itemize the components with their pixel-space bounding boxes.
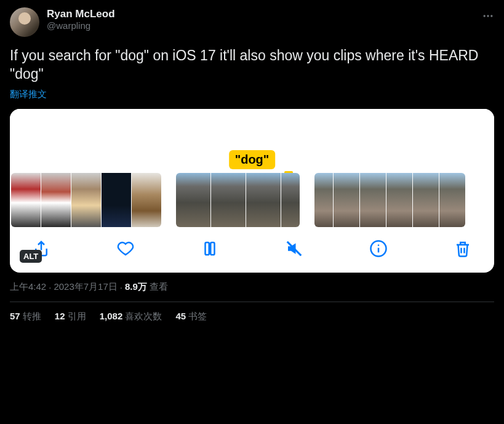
clip-thumbnail[interactable] [132,173,161,227]
clip-thumbnail[interactable] [439,173,465,227]
pause-icon[interactable] [201,239,219,260]
meta-time: 上午4:42 [10,281,46,293]
meta-separator: · [49,282,51,292]
retweets-stat[interactable]: 57 转推 [10,311,41,322]
bookmarks-stat[interactable]: 45 书签 [175,311,207,322]
bookmarks-count: 45 [175,311,186,321]
clip-thumbnail[interactable] [11,173,41,227]
svg-point-8 [378,244,380,246]
tweet-text: If you search for "dog" on iOS 17 it'll … [10,47,494,84]
clip-thumbnail[interactable] [360,173,386,227]
clip-thumbnail[interactable] [71,173,101,227]
trash-icon[interactable] [454,239,472,260]
clip-thumbnail[interactable] [386,173,412,227]
tweet-meta[interactable]: 上午4:42 · 2023年7月17日 · 8.9万 查看 [10,281,494,293]
info-icon[interactable] [369,239,388,260]
clip-thumbnail[interactable] [281,173,300,227]
heart-icon[interactable] [116,239,135,260]
meta-date: 2023年7月17日 [54,281,117,293]
likes-stat[interactable]: 1,082 喜欢次数 [100,311,162,322]
svg-rect-4 [210,242,214,255]
media-top-area: "dog" [10,109,494,173]
quotes-count: 12 [55,311,65,321]
media-card[interactable]: "dog" [10,109,494,273]
svg-rect-3 [206,242,209,255]
svg-point-0 [484,15,486,17]
media-controls [10,227,494,265]
retweets-count: 57 [10,311,20,321]
author-names[interactable]: Ryan McLeod @warpling [47,7,115,32]
search-tag-label: "dog" [229,150,276,169]
handle: @warpling [47,20,115,32]
tweet-stats: 57 转推 12 引用 1,082 喜欢次数 45 书签 [10,302,494,322]
tweet-container: Ryan McLeod @warpling If you search for … [0,0,504,322]
clip-group[interactable] [176,173,300,227]
svg-point-2 [490,15,492,17]
clip-group[interactable] [314,173,465,227]
tweet-header: Ryan McLeod @warpling [10,7,494,37]
quotes-stat[interactable]: 12 引用 [55,311,86,322]
bookmarks-label: 书签 [188,311,207,321]
translate-link[interactable]: 翻译推文 [10,89,494,100]
likes-count: 1,082 [100,311,123,321]
alt-badge[interactable]: ALT [20,250,42,263]
views-count: 8.9万 [125,281,147,293]
quotes-label: 引用 [68,311,86,321]
avatar[interactable] [10,7,39,37]
video-timeline[interactable] [10,173,494,227]
clip-thumbnail[interactable] [246,173,281,227]
more-icon[interactable] [482,10,494,22]
clip-thumbnail[interactable] [102,173,131,227]
clip-group[interactable] [11,173,161,227]
clip-thumbnail[interactable] [413,173,439,227]
meta-separator: · [120,282,122,292]
clip-thumbnail[interactable] [314,173,333,227]
likes-label: 喜欢次数 [125,311,162,321]
svg-point-1 [487,15,489,17]
clip-thumbnail[interactable] [211,173,246,227]
clip-thumbnail[interactable] [41,173,71,227]
display-name: Ryan McLeod [47,7,115,20]
clip-thumbnail[interactable] [176,173,210,227]
views-label: 查看 [150,281,168,293]
clip-thumbnail[interactable] [334,173,359,227]
speaker-muted-icon[interactable] [285,239,303,260]
retweets-label: 转推 [23,311,41,321]
